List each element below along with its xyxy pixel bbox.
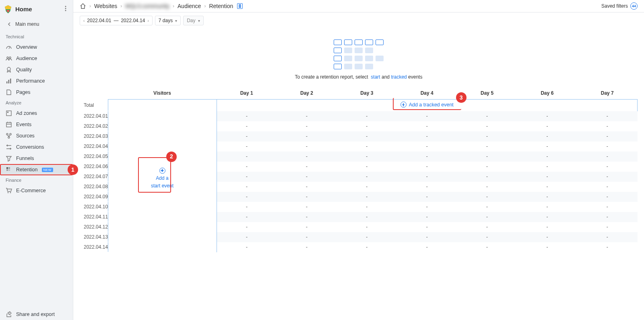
day-cell: - — [577, 182, 637, 192]
crumb-site[interactable]: MQL5.community — [125, 3, 169, 9]
day-header: Day 7 — [577, 87, 637, 100]
svg-point-4 — [9, 57, 11, 58]
plus-circle-icon — [400, 102, 407, 108]
day-cell: - — [217, 232, 277, 242]
sidebar-item-audience[interactable]: Audience — [0, 53, 73, 64]
chevron-right-icon: › — [173, 3, 174, 9]
retention-table: Visitors Day 1 Day 2 Day 3 Day 4 Day 5 D… — [80, 87, 638, 252]
sidebar-item-sources[interactable]: Sources — [0, 130, 73, 141]
day-cell: - — [337, 182, 397, 192]
day-cell: - — [577, 232, 637, 242]
add-start-label-1: Add a — [156, 175, 168, 182]
day-cell: - — [337, 192, 397, 202]
svg-rect-18 — [8, 169, 10, 171]
sidebar-item-ad-zones[interactable]: Ad zones — [0, 108, 73, 119]
day-cell: - — [337, 162, 397, 172]
saved-filters-label: Saved filters — [601, 3, 628, 9]
date-cell: 2022.04.10 — [80, 202, 108, 212]
speedometer-icon — [6, 44, 12, 50]
crumb-audience[interactable]: Audience — [178, 3, 201, 9]
day-cell: - — [517, 212, 577, 222]
sidebar-item-events[interactable]: Events — [0, 119, 73, 130]
visitors-cell — [108, 131, 217, 141]
sidebar-item-overview[interactable]: Overview — [0, 42, 73, 53]
sidebar-item-quality[interactable]: Quality — [0, 64, 73, 75]
day-cell: - — [277, 121, 336, 131]
saved-filters-link[interactable]: Saved filters 44 — [601, 2, 638, 10]
home-icon[interactable] — [80, 3, 86, 9]
visitors-cell — [108, 121, 217, 131]
date-cell: 2022.04.03 — [80, 131, 108, 141]
svg-point-20 — [10, 192, 11, 193]
share-icon — [6, 311, 12, 318]
sidebar-item-retention[interactable]: RetentionNEW1 — [0, 164, 73, 175]
sidebar-item-performance[interactable]: Performance — [0, 75, 73, 87]
sidebar-group-title: Technical — [0, 32, 73, 42]
share-export-link[interactable]: Share and export — [0, 309, 73, 320]
range-select[interactable]: 7 days ▾ — [155, 16, 181, 25]
chevron-right-icon: › — [147, 19, 149, 23]
day-cell: - — [577, 242, 637, 252]
chevron-right-icon: › — [204, 3, 206, 9]
audience-icon — [6, 55, 12, 62]
day-cell: - — [217, 121, 277, 131]
day-cell: - — [457, 172, 517, 182]
sidebar-item-pages[interactable]: Pages — [0, 87, 73, 98]
table-row: 2022.04.10------- — [80, 202, 638, 212]
date-from: 2022.04.01 — [87, 18, 111, 23]
sidebar-item-conversions[interactable]: Conversions — [0, 141, 73, 153]
granularity-value: Day — [187, 18, 195, 23]
bars-icon — [6, 78, 12, 84]
illus-caption-post: events — [408, 74, 422, 80]
sidebar-item-e-commerce[interactable]: E-Commerce — [0, 185, 73, 196]
day-cell: - — [277, 152, 336, 162]
day-cell: - — [517, 222, 577, 232]
chevron-left-icon — [7, 22, 11, 26]
sidebar-title: Home — [15, 6, 59, 12]
day-cell: - — [397, 212, 457, 222]
day-cell: - — [217, 152, 277, 162]
granularity-select[interactable]: Day ▾ — [183, 16, 203, 25]
svg-rect-9 — [6, 111, 11, 116]
day-header: Day 6 — [517, 87, 577, 100]
retention-icon — [6, 166, 12, 173]
date-range-picker[interactable]: ‹ 2022.04.01 — 2022.04.14 › — [80, 16, 153, 25]
visitors-cell — [108, 222, 217, 232]
annotation-badge-2: 2 — [166, 152, 177, 162]
day-cell: - — [517, 111, 577, 121]
sidebar-item-funnels[interactable]: Funnels — [0, 153, 73, 164]
day-cell: - — [277, 212, 336, 222]
visitors-cell — [108, 202, 217, 212]
day-cell: - — [397, 162, 457, 172]
add-tracked-event-link[interactable]: Add a tracked event — [400, 102, 454, 108]
sidebar-item-label: Sources — [16, 133, 35, 139]
sidebar-more-button[interactable] — [63, 4, 68, 14]
sidebar-item-label: Overview — [16, 44, 37, 50]
crumb-websites[interactable]: Websites — [94, 3, 117, 9]
illus-caption-start-link[interactable]: start — [371, 74, 380, 80]
main-menu-link[interactable]: Main menu — [0, 18, 73, 32]
day-cell: - — [577, 192, 637, 202]
date-cell: 2022.04.08 — [80, 182, 108, 192]
add-tracked-event-cell[interactable]: Add a tracked event3 — [217, 100, 638, 111]
chevron-down-icon: ▾ — [175, 19, 177, 23]
date-cell: 2022.04.11 — [80, 212, 108, 222]
content: To create a retention report, select sta… — [73, 29, 644, 320]
report-icon[interactable] — [237, 3, 243, 9]
crumb-retention[interactable]: Retention — [209, 3, 233, 9]
table-total-row: TotalAdd a tracked event3 — [80, 100, 638, 111]
table-header-row: Visitors Day 1 Day 2 Day 3 Day 4 Day 5 D… — [80, 87, 638, 100]
table-row: 2022.04.14------- — [80, 242, 638, 252]
app-logo — [5, 5, 11, 13]
sidebar-group-title: Analyze — [0, 98, 73, 108]
day-cell: - — [217, 131, 277, 141]
illus-caption-tracked-link[interactable]: tracked — [391, 74, 407, 80]
day-cell: - — [397, 131, 457, 141]
day-cell: - — [577, 141, 637, 152]
illus-caption-and: and — [382, 74, 390, 80]
sidebar-item-label: Quality — [16, 67, 32, 73]
chevron-right-icon: › — [120, 3, 122, 9]
range-value: 7 days — [159, 18, 173, 23]
svg-point-19 — [8, 192, 9, 193]
table-row: 2022.04.04------- — [80, 141, 638, 152]
